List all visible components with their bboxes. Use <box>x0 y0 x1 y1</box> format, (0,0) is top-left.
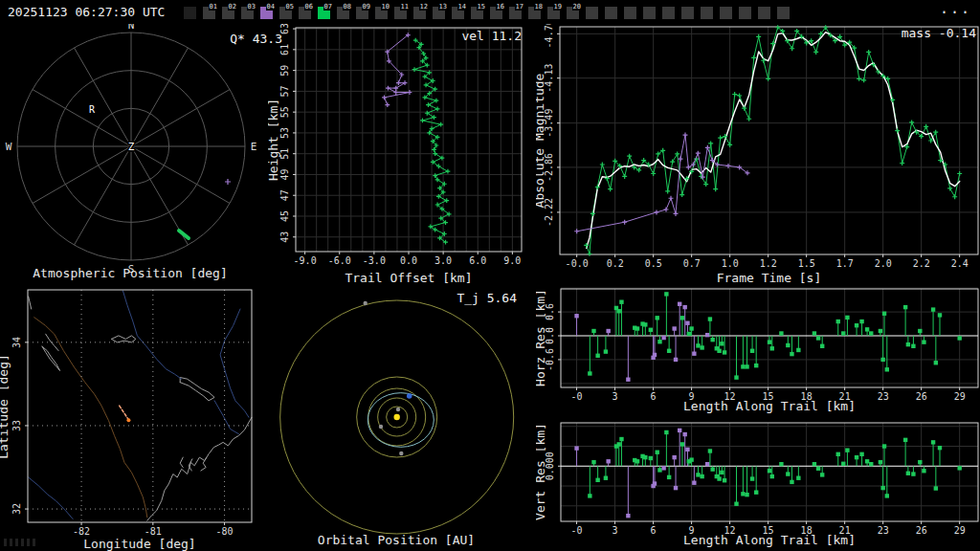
frame-box-label: 03 <box>247 3 256 11</box>
vert-res-xlabel: Length Along Trail [km] <box>559 533 980 547</box>
svg-text:1.7: 1.7 <box>836 258 854 269</box>
svg-text:0.2: 0.2 <box>607 258 624 269</box>
frame-box-10[interactable]: 10 <box>375 7 388 19</box>
frame-box[interactable] <box>758 7 770 19</box>
timestamp: 20251123 06:27:30 UTC <box>8 5 165 19</box>
frame-box-19[interactable]: 19 <box>547 7 560 19</box>
svg-text:57: 57 <box>279 85 290 97</box>
svg-text:43: 43 <box>279 231 290 243</box>
svg-text:Absolute Magnitude: Absolute Magnitude <box>536 73 546 208</box>
frame-box[interactable] <box>624 7 636 19</box>
frame-box-label: 17 <box>515 3 524 11</box>
svg-text:1.0: 1.0 <box>722 258 739 269</box>
orbit-xlabel: Orbital Position [AU] <box>256 533 536 547</box>
svg-text:51: 51 <box>279 148 290 160</box>
svg-text:3.0: 3.0 <box>434 255 452 266</box>
frame-box-label: 05 <box>285 3 295 11</box>
frame-box[interactable] <box>586 7 598 19</box>
panel-horizontal-residuals: -036912151821232629-0.60.00.6Horz Res [k… <box>536 287 980 413</box>
svg-text:-4.76: -4.76 <box>544 24 554 48</box>
frame-box-08[interactable]: 08 <box>337 7 349 19</box>
sky-polar-plot: NSWEZR <box>0 24 287 287</box>
panel-trail-offset: -9.0-6.0-3.00.03.06.09.04345474951535557… <box>268 24 541 287</box>
frame-box-05[interactable]: 05 <box>279 7 292 19</box>
svg-text:53: 53 <box>279 127 290 139</box>
frame-box-06[interactable]: 06 <box>299 7 311 19</box>
mass-title: mass -0.14 <box>902 26 976 40</box>
app-root: 20251123 06:27:30 UTC 010203040506070809… <box>0 0 980 551</box>
svg-text:W: W <box>6 141 12 153</box>
frame-selector: 0102030405060708091011121314151617181920 <box>184 7 790 19</box>
frame-box-14[interactable]: 14 <box>452 7 464 19</box>
frame-box-20[interactable]: 20 <box>567 7 579 19</box>
frame-box[interactable] <box>662 7 675 19</box>
panel-light-curve: -0.00.20.50.71.01.21.51.72.02.22.4-4.76-… <box>536 24 980 287</box>
orbit-plot <box>268 287 536 551</box>
frame-box-label: 13 <box>438 3 448 11</box>
vert-res-plot: -0369121518212326290.000Vert Res [km] <box>536 413 980 551</box>
trail-xlabel: Trail Offset [km] <box>277 271 541 285</box>
frame-box[interactable] <box>184 7 196 19</box>
svg-text:N: N <box>128 24 135 32</box>
frame-box-12[interactable]: 12 <box>413 7 426 19</box>
svg-text:0.7: 0.7 <box>683 258 701 269</box>
frame-box-04[interactable]: 04 <box>260 7 273 19</box>
frame-box[interactable] <box>605 7 617 19</box>
svg-text:55: 55 <box>279 106 290 118</box>
frame-box-label: 04 <box>266 3 276 11</box>
svg-text:49: 49 <box>279 168 290 180</box>
svg-text:34: 34 <box>11 337 22 348</box>
frame-box-label: 12 <box>419 3 429 11</box>
svg-text:R: R <box>89 104 96 115</box>
svg-text:32: 32 <box>11 503 22 515</box>
frame-box-01[interactable]: 01 <box>203 7 215 19</box>
svg-text:47: 47 <box>279 189 290 201</box>
svg-text:1.2: 1.2 <box>760 258 777 269</box>
frame-box-16[interactable]: 16 <box>490 7 502 19</box>
frame-box-label: 07 <box>323 3 333 11</box>
mag-xlabel: Frame Time [s] <box>558 271 980 285</box>
frame-box-02[interactable]: 02 <box>222 7 234 19</box>
tisserand-title: T_j 5.64 <box>457 291 517 305</box>
svg-text:6.0: 6.0 <box>469 255 486 266</box>
panel-orbit: T_j 5.64 Orbital Position [AU] <box>268 287 536 551</box>
svg-text:Height [km]: Height [km] <box>268 99 280 181</box>
frame-box-07[interactable]: 07 <box>318 7 330 19</box>
frame-box-label: 06 <box>304 3 314 11</box>
svg-text:Z: Z <box>128 141 135 153</box>
panel-ground-map: -82-81-80323334Latitude [deg] Longitude … <box>0 287 268 551</box>
svg-text:1.5: 1.5 <box>798 258 815 269</box>
panel-vertical-residuals: -0369121518212326290.000Vert Res [km] Le… <box>536 413 980 551</box>
frame-box[interactable] <box>739 7 751 19</box>
svg-text:Horz Res [km]: Horz Res [km] <box>536 289 547 386</box>
frame-box-09[interactable]: 09 <box>356 7 368 19</box>
frame-box[interactable] <box>701 7 713 19</box>
svg-text:2.2: 2.2 <box>913 258 930 269</box>
horz-res-plot: -036912151821232629-0.60.00.6Horz Res [k… <box>536 287 980 413</box>
status-bar: 20251123 06:27:30 UTC 010203040506070809… <box>0 0 980 25</box>
velocity-title: vel 11.2 <box>461 29 522 43</box>
panel-atmospheric-position: NSWEZR Q* 43.3 Atmospheric Position [deg… <box>0 24 287 287</box>
frame-box[interactable] <box>681 7 694 19</box>
horz-res-xlabel: Length Along Trail [km] <box>559 399 980 413</box>
frame-box-03[interactable]: 03 <box>241 7 254 19</box>
map-xlabel: Longitude [deg] <box>11 537 268 551</box>
svg-text:-6.0: -6.0 <box>328 255 351 266</box>
svg-text:0.5: 0.5 <box>645 258 662 269</box>
frame-box-11[interactable]: 11 <box>394 7 407 19</box>
frame-box[interactable] <box>777 7 790 19</box>
frame-box-18[interactable]: 18 <box>528 7 541 19</box>
svg-text:2.0: 2.0 <box>875 258 892 269</box>
frame-box-label: 18 <box>534 3 544 11</box>
frame-box[interactable] <box>643 7 656 19</box>
overflow-menu[interactable]: ... <box>940 0 971 17</box>
frame-box-15[interactable]: 15 <box>471 7 483 19</box>
frame-box[interactable] <box>720 7 732 19</box>
frame-box-13[interactable]: 13 <box>433 7 445 19</box>
frame-box-label: 11 <box>400 3 410 11</box>
svg-text:Vert Res [km]: Vert Res [km] <box>536 423 547 520</box>
frame-box-17[interactable]: 17 <box>509 7 522 19</box>
frame-box-label: 08 <box>343 3 352 11</box>
frame-box-label: 16 <box>496 3 505 11</box>
svg-text:Latitude [deg]: Latitude [deg] <box>0 354 11 459</box>
